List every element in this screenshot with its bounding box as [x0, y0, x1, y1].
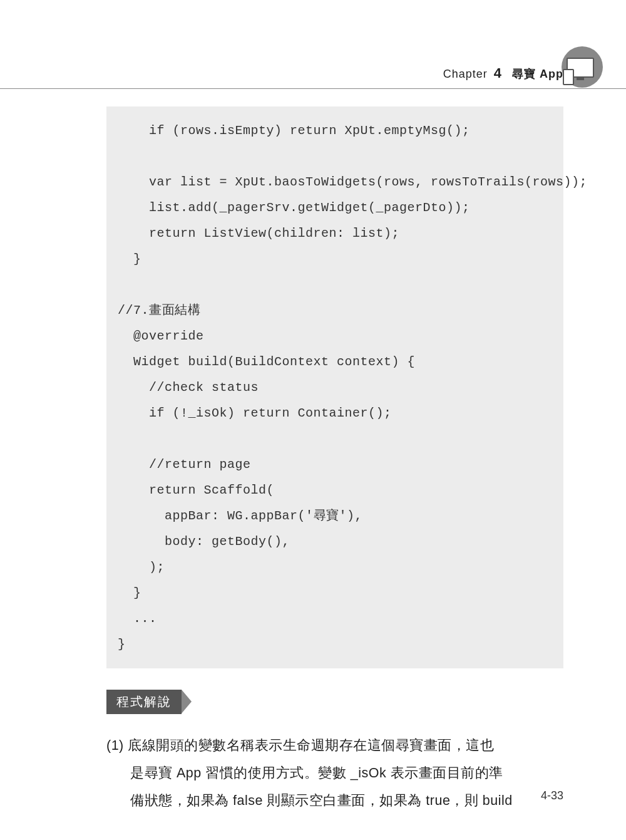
paragraph-line-2: 是尋寶 App 習慣的使用方式。變數 _isOk 表示畫面目前的準	[106, 759, 563, 787]
page-content: if (rows.isEmpty) return XpUt.emptyMsg()…	[106, 106, 563, 814]
chapter-devices-icon	[560, 45, 604, 89]
chapter-number: 4	[494, 65, 502, 81]
paragraph-line-3: 備狀態，如果為 false 則顯示空白畫面，如果為 true，則 build	[106, 787, 563, 814]
paragraph-line-1: (1) 底線開頭的變數名稱表示生命週期存在這個尋寶畫面，這也	[106, 732, 494, 759]
chapter-word: Chapter	[443, 68, 488, 80]
chapter-title: 尋寶 App	[512, 68, 563, 80]
page-number: 4-33	[541, 789, 563, 802]
chapter-label: Chapter 4 尋寶 App	[443, 65, 563, 81]
explanation-paragraph: (1) 底線開頭的變數名稱表示生命週期存在這個尋寶畫面，這也 是尋寶 App 習…	[106, 732, 563, 814]
code-listing: if (rows.isEmpty) return XpUt.emptyMsg()…	[106, 106, 563, 668]
section-badge: 程式解說	[106, 690, 182, 714]
page-header: Chapter 4 尋寶 App	[0, 58, 626, 89]
